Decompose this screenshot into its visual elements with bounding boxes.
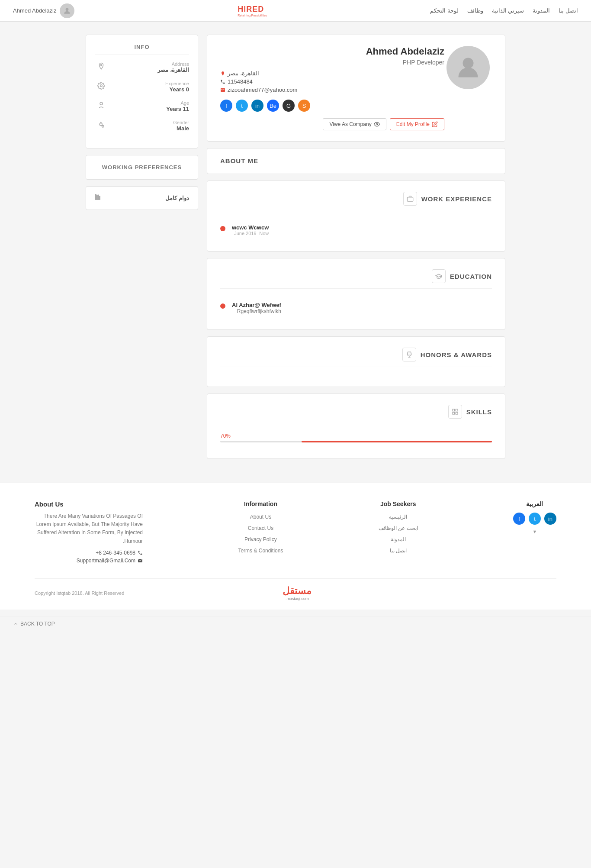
footer-email-line: Supportmail@Gmail.Com xyxy=(35,558,143,564)
skill-item: 70% xyxy=(220,433,492,442)
footer-social-arabic: in t f xyxy=(513,513,556,525)
footer-logo: مستقل xyxy=(283,585,312,597)
sidebar-experience-text: Experience Years 0 xyxy=(113,81,189,93)
company-name: wcwc Wcwcw xyxy=(232,224,269,231)
sidebar-age-item: Age Years 11 xyxy=(95,100,189,112)
skills-card: SKILLS 70% xyxy=(207,394,505,459)
profile-location: القاهرة، مصر xyxy=(220,70,444,77)
footer-jobseekers-item-home[interactable]: الرئيسية xyxy=(379,513,418,520)
footer-information-list: About Us Contact Us Privacy Policy Terms… xyxy=(238,513,283,554)
nav-contact[interactable]: اتصل بنا xyxy=(559,7,578,14)
working-prefs-title: WORKING PREFERENCES xyxy=(95,164,189,171)
education-degree: Rgeqflwrfljkshfwlkh xyxy=(232,308,281,314)
svg-point-2 xyxy=(100,85,103,87)
education-card: EDUCATION Al Azhar@ Wefwef Rgeqflwrfljks… xyxy=(207,258,505,330)
experience-text: wcwc Wcwcw June 2019 -Now xyxy=(232,224,269,236)
twitter-icon[interactable]: t xyxy=(236,100,248,112)
nav-jobs[interactable]: وظائف xyxy=(467,7,483,14)
footer-arabic-section: العربية in t f ▼ xyxy=(513,500,556,565)
profile-social-links: S G Be in t f xyxy=(220,100,444,112)
bars-icon xyxy=(95,193,103,203)
about-me-header: ABOUT ME xyxy=(220,157,492,165)
footer-arabic-title: العربية xyxy=(513,500,556,507)
age-label: Age xyxy=(113,100,189,106)
age-value: Years 11 xyxy=(113,106,189,112)
footer-information-item-aboutus[interactable]: About Us xyxy=(238,513,283,520)
honors-icon[interactable] xyxy=(402,348,416,361)
footer-information-item-privacy[interactable]: Privacy Policy xyxy=(238,535,283,543)
nav-dashboard[interactable]: لوحة التحكم xyxy=(430,7,459,14)
footer-about-title: About Us xyxy=(35,500,143,508)
skill-header: 70% xyxy=(220,433,492,439)
skill-percent: 70% xyxy=(220,433,231,439)
skills-header: SKILLS xyxy=(220,405,492,424)
svg-point-10 xyxy=(376,123,378,125)
location-icon xyxy=(95,62,108,72)
github-icon[interactable]: G xyxy=(283,100,295,112)
header: Ahmed Abdelaziz HIRED Retaining Possibil… xyxy=(0,0,591,22)
svg-point-11 xyxy=(463,58,474,69)
education-text: Al Azhar@ Wefwef Rgeqflwrfljkshfwlkh xyxy=(232,302,281,314)
footer-jobseekers-item-blog[interactable]: المدونة xyxy=(379,535,418,543)
footer-twitter-icon[interactable]: t xyxy=(529,513,541,525)
sidebar-address-item: Address القاهرة، مصر xyxy=(95,61,189,73)
svg-rect-16 xyxy=(456,412,458,414)
footer-linkedin-icon[interactable]: in xyxy=(544,513,556,525)
svg-rect-7 xyxy=(97,196,98,200)
footer-information-item-contactus[interactable]: Contact Us xyxy=(238,524,283,532)
experience-date: June 2019 -Now xyxy=(232,231,269,236)
svg-rect-8 xyxy=(98,195,99,200)
edit-profile-button[interactable]: Edit My Profile xyxy=(390,118,444,130)
about-me-title: ABOUT ME xyxy=(220,157,258,165)
sidebar-address-text: Address القاهرة، مصر xyxy=(113,61,189,73)
school-name: Al Azhar@ Wefwef xyxy=(232,302,281,308)
profile-name: Ahmed Abdelaziz xyxy=(220,46,444,57)
footer-jobseekers-section: Job Seekers الرئيسية ابحث عن الوظائف الم… xyxy=(379,500,418,565)
footer-facebook-icon[interactable]: f xyxy=(513,513,525,525)
profile-actions: Viwe As Company Edit My Profile xyxy=(220,118,444,130)
header-avatar xyxy=(60,3,74,18)
svg-rect-6 xyxy=(96,194,96,200)
sidebar-gender-text: Gender Male xyxy=(113,120,189,132)
svg-rect-14 xyxy=(456,409,458,411)
linkedin-icon[interactable]: in xyxy=(251,100,263,112)
skills-icon[interactable] xyxy=(448,405,462,419)
gender-label: Gender xyxy=(113,120,189,125)
nav-blog[interactable]: المدونة xyxy=(533,7,550,14)
footer-information-item-terms[interactable]: Terms & Conditions xyxy=(238,546,283,554)
header-username[interactable]: Ahmed Abdelaziz xyxy=(13,7,56,14)
view-company-button[interactable]: Viwe As Company xyxy=(323,118,386,130)
sidebar-info-title: INFO xyxy=(95,44,189,55)
stackoverflow-icon[interactable]: S xyxy=(298,100,310,112)
fulltime-card: دوام كامل xyxy=(86,186,198,210)
experience-item: wcwc Wcwcw June 2019 -Now xyxy=(220,220,492,240)
svg-point-1 xyxy=(101,65,102,66)
footer-jobseekers-title: Job Seekers xyxy=(379,500,418,507)
site-logo[interactable]: HIRED Retaining Possibilities xyxy=(238,5,267,17)
facebook-icon[interactable]: f xyxy=(220,100,232,112)
profile-email: zizooahmed77@yahoo.com xyxy=(220,87,444,93)
back-to-top-button[interactable]: BACK TO TOP xyxy=(0,616,591,631)
main-container: INFO Address القاهرة، مصر Experience Y xyxy=(79,35,512,465)
sidebar: INFO Address القاهرة، مصر Experience Y xyxy=(86,35,198,465)
footer-logo-group: مستقل .mostaqi.com xyxy=(283,585,312,601)
behance-icon[interactable]: Be xyxy=(267,100,279,112)
work-experience-header: WORK EXPERIENCE xyxy=(220,192,492,211)
sidebar-info-card: INFO Address القاهرة، مصر Experience Y xyxy=(86,35,198,148)
nav-resume[interactable]: سيرتي الذاتية xyxy=(492,7,524,14)
gender-icon xyxy=(95,121,108,131)
svg-rect-15 xyxy=(453,412,455,414)
work-experience-icon[interactable] xyxy=(403,192,417,206)
svg-rect-13 xyxy=(453,409,455,411)
experience-value: Years 0 xyxy=(113,86,189,93)
sidebar-age-text: Age Years 11 xyxy=(113,100,189,112)
footer-phone-line: +8 246-345-0698 xyxy=(35,550,143,556)
footer-copyright: Copyright Istqtab 2018. All Right Reserv… xyxy=(35,590,124,596)
address-label: Address xyxy=(113,61,189,67)
sidebar-gender-item: Gender Male xyxy=(95,120,189,132)
footer-jobseekers-item-search[interactable]: ابحث عن الوظائف xyxy=(379,524,418,532)
footer-jobseekers-item-contact[interactable]: اتصل بنا xyxy=(379,546,418,554)
education-icon[interactable] xyxy=(432,269,446,283)
gear-icon xyxy=(95,82,108,92)
svg-point-3 xyxy=(100,102,103,105)
